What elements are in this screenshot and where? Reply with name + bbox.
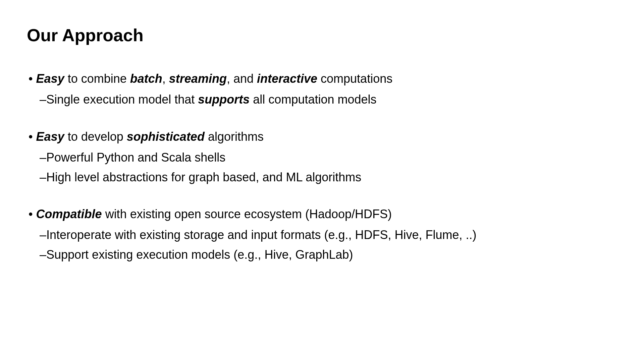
- plain-text: all computation models: [250, 93, 376, 106]
- bullet-main: Compatible with existing open source eco…: [29, 206, 617, 223]
- emphasized-text: Easy: [36, 130, 64, 143]
- emphasized-text: streaming: [169, 72, 227, 85]
- plain-text: High level abstractions for graph based,…: [46, 170, 361, 184]
- plain-text: Support existing execution models (e.g.,…: [46, 248, 353, 261]
- bullet-main: Easy to combine batch, streaming, and in…: [29, 70, 617, 87]
- emphasized-text: Easy: [36, 72, 64, 85]
- section-gap: [27, 111, 617, 128]
- plain-text: Interoperate with existing storage and i…: [46, 228, 477, 242]
- bullet-sub: High level abstractions for graph based,…: [40, 169, 617, 186]
- plain-text: Powerful Python and Scala shells: [46, 150, 225, 164]
- plain-text: with existing open source ecosystem (Had…: [102, 207, 392, 221]
- emphasized-text: supports: [198, 93, 250, 106]
- emphasized-text: batch: [130, 72, 162, 85]
- emphasized-text: interactive: [257, 72, 317, 85]
- plain-text: to combine: [64, 72, 130, 85]
- bullet-sub: Powerful Python and Scala shells: [40, 149, 617, 166]
- section-gap: [27, 188, 617, 206]
- plain-text: to develop: [64, 130, 127, 143]
- bullet-main: Easy to develop sophisticated algorithms: [29, 128, 617, 145]
- slide-title: Our Approach: [27, 25, 617, 45]
- bullet-sub: Single execution model that supports all…: [40, 91, 617, 108]
- plain-text: , and: [227, 72, 257, 85]
- plain-text: Single execution model that: [46, 93, 198, 106]
- bullet-sub: Interoperate with existing storage and i…: [40, 227, 617, 243]
- emphasized-text: Compatible: [36, 207, 102, 221]
- emphasized-text: sophisticated: [127, 130, 205, 143]
- slide-content: Easy to combine batch, streaming, and in…: [27, 70, 617, 263]
- bullet-sub: Support existing execution models (e.g.,…: [40, 246, 617, 263]
- plain-text: algorithms: [205, 130, 264, 143]
- plain-text: ,: [162, 72, 169, 85]
- plain-text: computations: [317, 72, 392, 85]
